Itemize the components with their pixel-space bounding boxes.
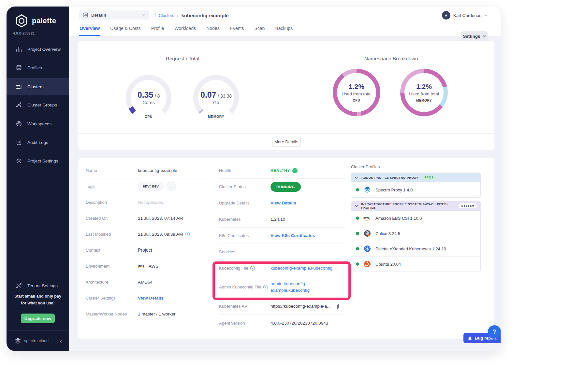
avatar: ★ [442,11,450,20]
tab-usage-costs[interactable]: Usage & Costs [110,22,141,36]
created-on-value: 21 Jul, 2023, 07:14 AM [138,216,183,221]
bar-chart-icon [16,46,22,52]
admin-kubeconfig-file-link[interactable]: admin.kubeconfig-example.kubeconfig [271,281,328,294]
row-label: Upgrade Details [219,201,271,205]
tab-backups[interactable]: Backups [274,22,293,36]
project-selector[interactable]: Default [79,10,149,20]
aws-logo-icon: aws [138,263,146,269]
tab-events[interactable]: Events [229,22,245,36]
profile-layer-spectro-proxy[interactable]: Spectro Proxy 1.4.0 [351,182,480,197]
collapse-sidebar-icon[interactable]: ‹ [60,338,62,344]
namespace-cpu-percent: 1.2% [349,83,364,91]
detail-row-architecture: Architecture AMD64 [86,274,213,290]
breadcrumb-current: kubeconfig-example [181,13,228,18]
namespace-memory-donut: 1.2% Used from total MEMORY [400,69,448,116]
app-window: palette 4.0.0-230721 Project Overview Pr… [7,7,501,351]
sidebar-item-project-overview[interactable]: Project Overview [7,42,69,56]
profile-layer-calico[interactable]: Calico 3.24.5 [351,226,480,241]
row-label: Kubeconfig File [219,266,248,271]
sidebar-item-cluster-groups[interactable]: Cluster Groups [7,98,69,112]
help-button[interactable]: ? [488,325,501,338]
tab-bar: Overview Usage & Costs Profile Workloads… [79,22,293,36]
cluster-details-card: Name kubeconfig-example Tags env: dev ..… [78,158,494,339]
row-label: Description [86,200,138,205]
details-middle-column: Health HEALTHY ✓ Cluster Status RUNNING … [219,162,345,331]
memory-request-gauge: 0.07 / 33.38 Gb MEMORY [193,75,239,120]
infrastructure-profile-section: INFRASTRUCTURE PROFILE SYSTEM-AWS-CLUSTE… [351,201,481,272]
view-k8s-certificates-link[interactable]: View K8s Certificates [271,233,315,238]
info-icon[interactable]: i [263,285,268,289]
namespace-memory-metric: MEMORY [416,99,432,102]
sidebar-item-workspaces[interactable]: Workspaces [7,117,69,131]
more-details-button[interactable]: More Details [272,137,301,147]
cluster-profiles-title: Cluster Profiles [351,164,481,169]
profile-layer-name: Ubuntu 20.04 [375,262,401,267]
row-label: Health [219,168,271,173]
cluster-settings-link[interactable]: View Details [138,296,164,301]
namespace-cpu-text: 1.2% Used from total CPU [333,69,380,116]
sidebar-item-label: Project Settings [27,159,58,163]
profile-layer-palette-extended-kubernetes[interactable]: Palette eXtended Kubernetes 1.24.10 [351,241,480,256]
info-icon[interactable]: i [185,232,190,236]
addon-profile-section: ADDON PROFILE SPECTRO-PROXY PROJ Spectro… [351,173,481,198]
calico-logo-icon [363,230,372,237]
chevron-down-icon [355,176,358,179]
row-label: Master/Worker Nodes [86,312,138,316]
row-label: Kubernetes API [219,304,271,309]
detail-row-cluster-status: Cluster Status RUNNING [219,179,345,195]
cpu-total-value: 8 [157,93,160,99]
addon-profile-header[interactable]: ADDON PROFILE SPECTRO-PROXY PROJ [351,173,480,182]
sidebar-item-clusters[interactable]: Clusters [7,78,69,95]
tools-icon [16,282,22,289]
cpu-request-value: 0.35 [138,90,154,99]
copy-icon[interactable] [333,303,339,310]
chevron-down-icon [483,35,486,37]
sidebar-item-tenant-settings[interactable]: Tenant Settings [7,278,69,293]
row-label: Name [86,168,138,173]
breadcrumb-clusters-link[interactable]: Clusters [159,13,174,18]
brand-text: spectro cloud [24,339,49,343]
sidebar-item-profiles[interactable]: Profiles [7,61,69,75]
profile-layer-amazon-ebs-csi[interactable]: aws Amazon EBS CSI 1.10.0 [351,210,480,226]
namespace-memory-caption: Used from total [409,91,439,96]
sidebar-item-project-settings[interactable]: Project Settings [7,154,69,168]
sidebar: palette 4.0.0-230721 Project Overview Pr… [7,7,69,351]
sidebar-item-label: Profiles [27,65,42,70]
status-dot [356,247,359,250]
detail-row-environment: Environment aws AWS [86,258,213,274]
user-menu[interactable]: ★ Karl Cardenas [442,11,488,20]
memory-unit: Gb [213,100,219,105]
tab-nodes[interactable]: Nodes [206,22,220,36]
tag-overflow-chip[interactable]: ... [166,182,176,190]
upgrade-promo: Start small and only pay for what you us… [7,293,69,307]
tab-profile[interactable]: Profile [151,22,165,36]
kubeconfig-file-link[interactable]: kubeconfig-example.kubeconfig [271,266,332,271]
sidebar-item-audit-logs[interactable]: Audit Logs [7,135,69,149]
info-icon[interactable]: i [250,266,255,271]
profile-layer-ubuntu[interactable]: Ubuntu 20.04 [351,256,480,272]
tab-workloads[interactable]: Workloads [174,22,197,36]
clusters-list-icon [16,84,22,90]
sidebar-item-label: Project Overview [27,47,61,52]
memory-metric-label: MEMORY [193,115,239,119]
namespace-cpu-metric: CPU [353,99,360,102]
detail-row-last-modified: Last Modified 21 Jul, 2023, 08:38 AM i [86,226,213,242]
running-status-badge[interactable]: RUNNING [271,182,301,192]
chevron-down-icon [484,14,488,16]
gear-icon [16,158,22,164]
settings-button[interactable]: Settings [461,31,488,41]
detail-row-services: Services – [219,244,345,260]
memory-total-value: 33.38 [220,93,232,99]
tab-overview[interactable]: Overview [79,22,100,36]
memory-gauge-text: 0.07 / 33.38 Gb [193,75,239,120]
row-label: Services [219,249,271,254]
check-icon: ✓ [292,168,298,173]
upgrade-details-link[interactable]: View Details [271,201,296,205]
infrastructure-profile-header[interactable]: INFRASTRUCTURE PROFILE SYSTEM-AWS-CLUSTE… [351,201,480,210]
upgrade-now-button[interactable]: Upgrade now [21,314,55,323]
metrics-card-footer: More Details [78,133,494,150]
tab-scan[interactable]: Scan [254,22,266,36]
detail-row-created-on: Created On 21 Jul, 2023, 07:14 AM [86,210,213,226]
tag-chip[interactable]: env: dev [138,182,164,190]
detail-row-description: Description Not specified. [86,194,213,210]
